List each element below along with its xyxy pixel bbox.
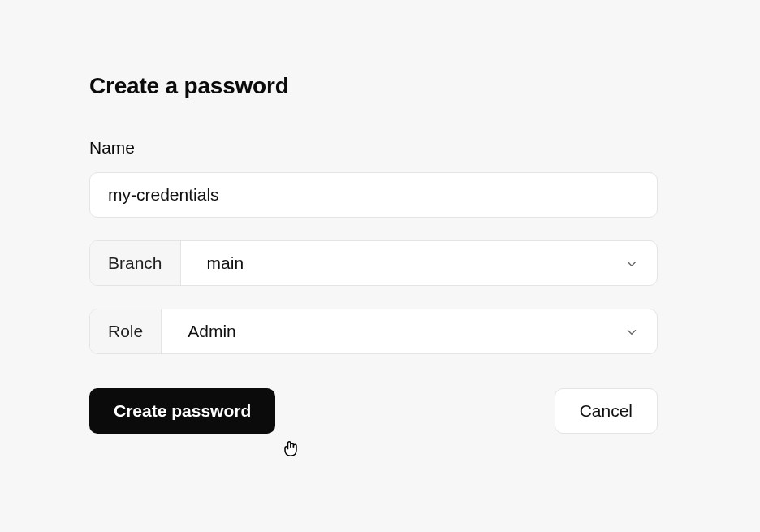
role-field: Role Admin bbox=[89, 309, 658, 354]
role-select[interactable]: Admin bbox=[162, 309, 657, 353]
name-input[interactable] bbox=[89, 172, 658, 218]
name-label: Name bbox=[89, 138, 658, 158]
branch-select[interactable]: main bbox=[181, 241, 657, 285]
chevron-down-icon bbox=[624, 324, 639, 339]
page-title: Create a password bbox=[89, 73, 658, 99]
branch-select-value: main bbox=[207, 253, 244, 273]
cursor-pointer-icon bbox=[279, 437, 302, 463]
button-row: Create password Cancel bbox=[89, 388, 658, 434]
branch-field: Branch main bbox=[89, 240, 658, 286]
role-select-value: Admin bbox=[188, 322, 236, 341]
create-password-button[interactable]: Create password bbox=[89, 388, 275, 434]
cancel-button[interactable]: Cancel bbox=[555, 388, 658, 434]
branch-label: Branch bbox=[90, 241, 181, 285]
role-label: Role bbox=[90, 309, 162, 353]
chevron-down-icon bbox=[624, 256, 639, 270]
create-password-form: Create a password Name Branch main Role … bbox=[89, 73, 658, 434]
